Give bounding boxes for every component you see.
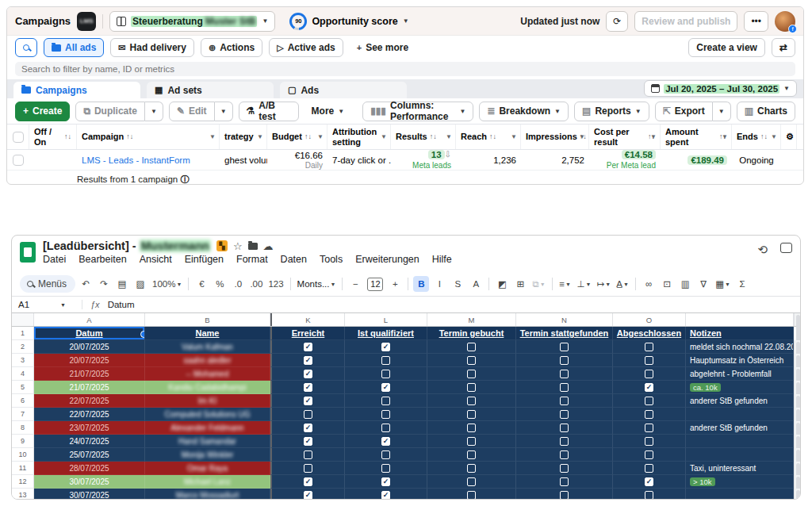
checkbox-cell[interactable] <box>613 462 686 475</box>
note-cell[interactable]: meldet sich nochmal 22.08.2025 <box>686 340 794 354</box>
font-size-minus[interactable]: − <box>347 276 363 292</box>
checkbox-checked-icon[interactable]: ✓ <box>304 491 312 500</box>
checkbox-checked-icon[interactable]: ✓ <box>645 477 653 486</box>
checkbox-checked-icon[interactable]: ✓ <box>381 491 390 500</box>
column-letter-a[interactable]: A <box>34 313 145 326</box>
checkbox-unchecked-icon[interactable] <box>560 437 569 446</box>
name-cell[interactable]: Michael Lanz <box>145 475 270 489</box>
note-cell[interactable] <box>686 489 794 500</box>
text-rotate-icon[interactable]: A̲▼ <box>615 276 630 292</box>
checkbox-cell[interactable] <box>427 435 516 448</box>
checkbox-unchecked-icon[interactable] <box>560 370 569 378</box>
decrease-decimals[interactable]: .0 <box>230 276 246 292</box>
opportunity-score[interactable]: 90 Opportunity score ▼ <box>289 13 408 30</box>
column-letter-blank[interactable] <box>686 313 794 326</box>
insert-chart-icon[interactable]: ▥ <box>677 276 693 292</box>
date-cell[interactable]: 22/07/2025 <box>34 394 145 408</box>
checkbox-checked-icon[interactable]: ✓ <box>381 437 390 446</box>
checkbox-cell[interactable] <box>516 462 613 475</box>
name-cell[interactable]: Hand Samandar <box>145 435 270 448</box>
checkbox-cell[interactable] <box>345 408 427 421</box>
version-history-icon[interactable]: ⟲ <box>757 243 768 257</box>
name-cell[interactable]: Im KI <box>145 394 270 408</box>
note-cell[interactable] <box>686 408 794 421</box>
checkbox-unchecked-icon[interactable] <box>645 450 653 459</box>
column-header-amount-spent[interactable]: Amount spent↑↓▼ <box>661 125 732 149</box>
column-header-results[interactable]: Results↑↓▼ <box>391 125 456 149</box>
checkbox-cell[interactable] <box>270 408 345 421</box>
name-cell[interactable]: saahn aledler <box>145 354 270 367</box>
name-cell[interactable]: -- Mohamed <box>145 367 270 381</box>
date-cell[interactable]: 24/07/2025 <box>34 435 145 448</box>
edit-menu-button[interactable]: ▼ <box>215 102 233 121</box>
checkbox-checked-icon[interactable]: ✓ <box>304 397 312 405</box>
checkbox-unchecked-icon[interactable] <box>645 424 653 432</box>
column-letter-l[interactable]: L <box>345 313 427 326</box>
columns-button[interactable]: ▮▮▮Columns: Performance▼ <box>362 102 473 121</box>
checkbox-cell[interactable] <box>427 408 516 421</box>
checkbox-unchecked-icon[interactable] <box>304 410 312 419</box>
fill-color-icon[interactable]: ◩ <box>494 276 510 292</box>
checkbox-cell[interactable] <box>427 489 516 500</box>
menu-hilfe[interactable]: Hilfe <box>432 254 452 265</box>
column-header-impressions[interactable]: Impressions↑↓▼ <box>521 125 589 149</box>
menu-erweiterungen[interactable]: Erweiterungen <box>355 254 419 265</box>
checkbox-checked-icon[interactable]: ✓ <box>304 424 312 432</box>
tab-ad-sets[interactable]: ▦ Ad sets <box>147 82 274 98</box>
checkbox-cell[interactable] <box>516 381 613 394</box>
row-checkbox[interactable] <box>13 155 24 166</box>
checkbox-cell[interactable]: ✓ <box>270 421 345 435</box>
user-avatar[interactable]: f <box>775 11 795 32</box>
insert-link-icon[interactable]: ∞ <box>641 276 657 292</box>
formula-input[interactable]: Datum <box>108 300 135 309</box>
column-header-off-on[interactable]: Off / On↑↓ <box>29 125 77 149</box>
checkbox-unchecked-icon[interactable] <box>645 397 653 405</box>
checkbox-cell[interactable] <box>516 394 613 408</box>
undo-icon[interactable]: ↶ <box>78 276 94 292</box>
note-cell[interactable]: Hauptumsatz in Österreich <box>686 354 794 367</box>
move-folder-icon[interactable] <box>248 240 258 252</box>
checkbox-cell[interactable] <box>345 448 427 462</box>
checkbox-unchecked-icon[interactable] <box>381 370 390 378</box>
checkbox-cell[interactable]: ✓ <box>270 435 345 448</box>
functions-icon[interactable]: Σ <box>734 276 750 292</box>
scrollbar[interactable] <box>794 313 801 326</box>
checkbox-checked-icon[interactable]: ✓ <box>645 383 653 392</box>
name-cell[interactable]: Kandiu Cadabidhampi <box>145 381 270 394</box>
header-abgeschlossen[interactable]: Abgeschlossen <box>613 327 686 340</box>
checkbox-unchecked-icon[interactable] <box>381 450 390 459</box>
checkbox-unchecked-icon[interactable] <box>381 356 390 365</box>
checkbox-cell[interactable]: ✓ <box>270 475 345 489</box>
note-cell[interactable]: anderer StB gefunden <box>686 421 794 435</box>
checkbox-cell[interactable]: ✓ <box>270 367 345 381</box>
checkbox-unchecked-icon[interactable] <box>467 437 476 446</box>
checkbox-cell[interactable] <box>613 489 686 500</box>
ab-test-button[interactable]: ⚗A/B test <box>239 102 299 121</box>
column-settings-gear-icon[interactable]: ⚙ <box>781 125 797 149</box>
checkbox-unchecked-icon[interactable] <box>381 464 390 473</box>
bold-button[interactable]: B <box>413 276 429 292</box>
document-title[interactable]: [Leadübersicht] - Mustermann <box>43 240 211 252</box>
checkbox-unchecked-icon[interactable] <box>467 491 476 500</box>
header-termin-gebucht[interactable]: Termin gebucht <box>427 327 516 340</box>
checkbox-cell[interactable] <box>613 394 686 408</box>
checkbox-cell[interactable] <box>516 475 613 489</box>
note-cell[interactable]: Taxi, uninteressant <box>686 462 794 475</box>
column-header-attribution-setting[interactable]: Attribution setting▼ <box>327 125 391 149</box>
header-datum[interactable]: Datum <box>34 327 145 340</box>
menu-datei[interactable]: Datei <box>43 254 66 265</box>
checkbox-checked-icon[interactable]: ✓ <box>381 343 390 351</box>
checkbox-cell[interactable] <box>427 475 516 489</box>
print-icon[interactable]: ▤ <box>114 276 130 292</box>
checkbox-cell[interactable] <box>345 394 427 408</box>
charts-button[interactable]: ▥Charts <box>737 102 795 121</box>
more-button[interactable]: More▼ <box>304 102 352 121</box>
date-cell[interactable]: 21/07/2025 <box>34 381 145 394</box>
checkbox-unchecked-icon[interactable] <box>467 397 476 405</box>
search-input[interactable] <box>15 62 795 76</box>
tab-campaigns[interactable]: Campaigns <box>13 82 140 98</box>
checkbox-cell[interactable]: ✓ <box>270 340 345 354</box>
filter-active-ads[interactable]: ▷Active ads <box>269 38 343 57</box>
checkbox-unchecked-icon[interactable] <box>381 410 390 419</box>
checkbox-cell[interactable] <box>613 340 686 354</box>
